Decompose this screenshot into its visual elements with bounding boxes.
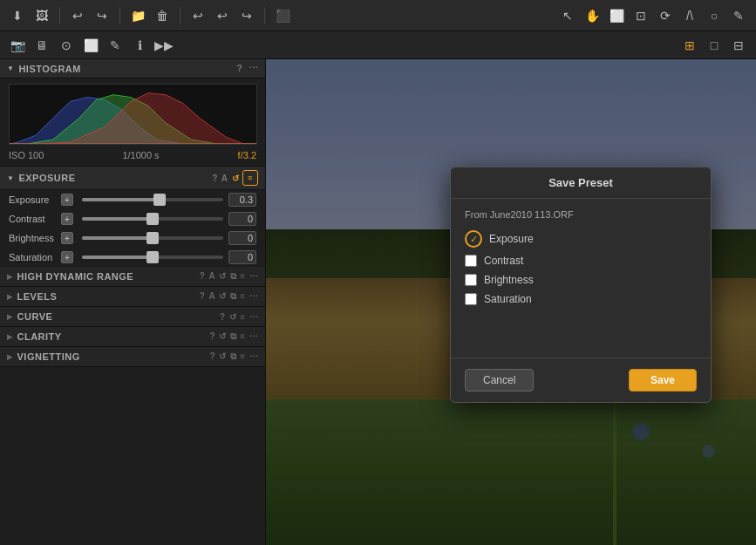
brightness-value[interactable] xyxy=(228,231,256,245)
rotate-tool-icon[interactable]: ⟳ xyxy=(655,5,676,26)
brightness-add-button[interactable]: + xyxy=(61,232,73,244)
exposure-value[interactable] xyxy=(228,193,256,207)
vignetting-reset-icon[interactable]: ↺ xyxy=(219,351,227,362)
hdr-menu-icon[interactable]: ≡ xyxy=(240,271,245,282)
left-panel: ▼ HISTOGRAM ? ⋯ ISO 100 1/1000 s f/3.2 xyxy=(0,59,266,545)
stack-icon[interactable]: ⬛ xyxy=(272,5,293,26)
vignetting-help-icon[interactable]: ? xyxy=(210,351,216,362)
hdr-section[interactable]: ▶ HIGH DYNAMIC RANGE ? A ↺ ⧉ ≡ ⋯ xyxy=(0,267,265,287)
forward-icon[interactable]: ↪ xyxy=(236,5,257,26)
histogram-menu-icon[interactable]: ⋯ xyxy=(249,63,259,74)
vignetting-section[interactable]: ▶ VIGNETTING ? ↺ ⧉ ≡ ⋯ xyxy=(0,347,265,367)
levels-copy-icon[interactable]: ⧉ xyxy=(230,291,237,302)
clarity-more-icon[interactable]: ⋯ xyxy=(249,331,259,342)
brightness-track[interactable] xyxy=(82,236,223,240)
cancel-button[interactable]: Cancel xyxy=(465,369,534,392)
saturation-checkbox-label[interactable]: Saturation xyxy=(484,293,532,305)
exposure-track[interactable] xyxy=(82,198,223,201)
folder-icon[interactable]: 📁 xyxy=(127,5,148,26)
saturation-thumb[interactable] xyxy=(146,251,159,263)
levels-more-icon[interactable]: ⋯ xyxy=(249,291,259,302)
hdr-reset-icon[interactable]: ↺ xyxy=(219,271,227,282)
exposure-reset-icon[interactable]: ↺ xyxy=(232,174,240,183)
camera2-icon[interactable]: 📷 xyxy=(7,35,28,56)
saturation-fill xyxy=(82,255,153,259)
download-icon[interactable]: ⬇ xyxy=(7,5,28,26)
crop-tool-icon[interactable]: ⊡ xyxy=(630,5,651,26)
hdr-copy-icon[interactable]: ⧉ xyxy=(230,271,237,282)
brightness-thumb[interactable] xyxy=(146,232,159,244)
brightness-checkbox-label[interactable]: Brightness xyxy=(484,274,534,286)
select-tool-icon[interactable]: ⬜ xyxy=(606,5,627,26)
clarity-menu-icon[interactable]: ≡ xyxy=(240,331,245,342)
exposure-help-icon[interactable]: ? xyxy=(212,174,218,183)
back-icon[interactable]: ↩ xyxy=(187,5,208,26)
exposure-header[interactable]: ▼ EXPOSURE ? A ↺ ≡ xyxy=(0,166,265,190)
levels-section[interactable]: ▶ LEVELS ? A ↺ ⧉ ≡ ⋯ xyxy=(0,287,265,307)
exposure-add-button[interactable]: + xyxy=(61,194,73,206)
clarity-section[interactable]: ▶ CLARITY ? ↺ ⧉ ≡ ⋯ xyxy=(0,327,265,347)
filmstrip-icon[interactable]: ⊟ xyxy=(728,35,749,56)
undo-icon[interactable]: ↩ xyxy=(67,5,88,26)
hdr-help-icon[interactable]: ? xyxy=(200,271,206,282)
circle2-icon[interactable]: ⊙ xyxy=(56,35,77,56)
contrast-checkbox[interactable] xyxy=(465,255,477,267)
contrast-checkbox-label[interactable]: Contrast xyxy=(484,255,523,267)
vignetting-more-icon[interactable]: ⋯ xyxy=(249,351,259,362)
curve-section[interactable]: ▶ CURVE ? ↺ ≡ ⋯ xyxy=(0,307,265,327)
curve-label: CURVE xyxy=(17,311,53,322)
brightness-checkbox[interactable] xyxy=(465,274,477,286)
exposure-title: EXPOSURE xyxy=(18,173,75,183)
saturation-track[interactable] xyxy=(82,255,223,259)
curve-menu-icon[interactable]: ≡ xyxy=(240,312,245,322)
square-icon[interactable]: ⬜ xyxy=(80,35,101,56)
back2-icon[interactable]: ↩ xyxy=(212,5,233,26)
exposure-thumb[interactable] xyxy=(153,194,166,206)
contrast-thumb[interactable] xyxy=(146,213,159,225)
vignetting-copy-icon[interactable]: ⧉ xyxy=(230,351,237,362)
pen-tool-icon[interactable]: ✎ xyxy=(728,5,749,26)
line-tool-icon[interactable]: /\ xyxy=(679,5,700,26)
exposure-checkbox-row: ✓ Exposure xyxy=(465,230,697,248)
levels-menu-icon[interactable]: ≡ xyxy=(240,291,245,302)
saturation-value[interactable] xyxy=(228,250,256,264)
grid-view-icon[interactable]: ⊞ xyxy=(679,35,700,56)
levels-a-icon[interactable]: A xyxy=(208,291,215,302)
curve-help-icon[interactable]: ? xyxy=(220,312,226,322)
clarity-copy-icon[interactable]: ⧉ xyxy=(230,331,237,342)
contrast-add-button[interactable]: + xyxy=(61,213,73,225)
saturation-checkbox[interactable] xyxy=(465,293,477,305)
contrast-value[interactable] xyxy=(228,212,256,226)
single-view-icon[interactable]: □ xyxy=(704,35,725,56)
vignetting-menu-icon[interactable]: ≡ xyxy=(240,351,245,362)
histogram-header[interactable]: ▼ HISTOGRAM ? ⋯ xyxy=(0,59,265,78)
levels-reset-icon[interactable]: ↺ xyxy=(219,291,227,302)
more-icon[interactable]: ▶▶ xyxy=(153,35,174,56)
hdr-a-icon[interactable]: A xyxy=(208,271,215,282)
exposure-fill xyxy=(82,198,160,201)
contrast-track[interactable] xyxy=(82,217,223,221)
histogram-help-icon[interactable]: ? xyxy=(236,63,242,74)
hand-tool-icon[interactable]: ✋ xyxy=(582,5,603,26)
exposure-checked-icon: ✓ xyxy=(465,230,482,248)
histogram-title: HISTOGRAM xyxy=(18,64,81,74)
redo-icon[interactable]: ↪ xyxy=(92,5,112,26)
exposure-menu-icon[interactable]: ≡ xyxy=(242,170,258,186)
monitor-icon[interactable]: 🖥 xyxy=(31,35,52,56)
circle-tool-icon[interactable]: ○ xyxy=(704,5,725,26)
camera-icon[interactable]: 🖼 xyxy=(31,5,52,26)
exposure-auto-icon[interactable]: A xyxy=(221,174,228,183)
levels-help-icon[interactable]: ? xyxy=(200,291,206,302)
exposure-checkbox-label[interactable]: Exposure xyxy=(489,233,534,245)
hdr-more-icon[interactable]: ⋯ xyxy=(249,271,259,282)
curve-reset-icon[interactable]: ↺ xyxy=(229,312,237,322)
saturation-add-button[interactable]: + xyxy=(61,251,73,263)
save-button[interactable]: Save xyxy=(629,369,697,392)
arrow-tool-icon[interactable]: ↖ xyxy=(557,5,578,26)
clarity-help-icon[interactable]: ? xyxy=(210,331,216,342)
metadata-icon[interactable]: ✎ xyxy=(105,35,126,56)
curve-more-icon[interactable]: ⋯ xyxy=(249,312,259,322)
info-icon[interactable]: ℹ xyxy=(129,35,150,56)
clarity-reset-icon[interactable]: ↺ xyxy=(219,331,227,342)
delete-icon[interactable]: 🗑 xyxy=(152,5,173,26)
